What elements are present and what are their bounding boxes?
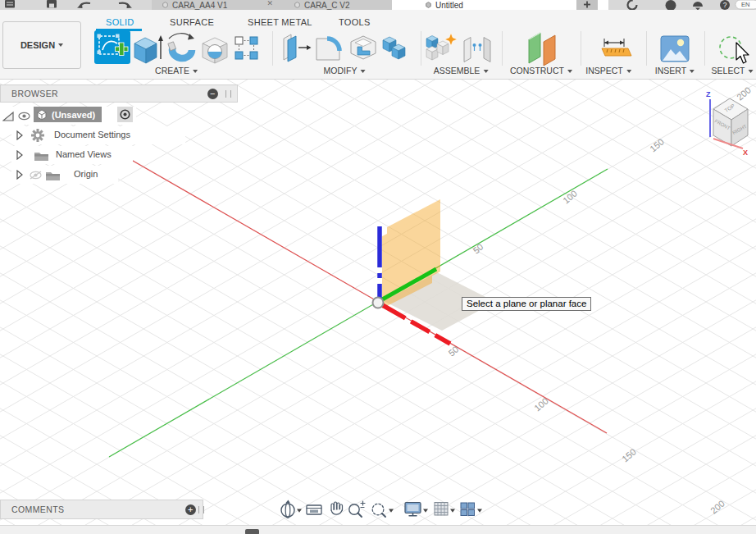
account-pill[interactable]: EN: [736, 0, 756, 9]
timeline-strip: [0, 525, 756, 534]
notifications-bell-icon[interactable]: [693, 2, 703, 10]
job-status-icon[interactable]: [666, 0, 676, 10]
browser-row-named-views[interactable]: Named Views: [11, 146, 133, 164]
root-document-label: (Unsaved): [52, 110, 95, 120]
doc-tab-1-label: CARA_AA4 V1: [172, 1, 227, 10]
quick-access-icons: [0, 0, 148, 10]
chevron-down-icon: [626, 70, 631, 73]
display-settings-icon[interactable]: [405, 503, 421, 516]
root-document-item[interactable]: (Unsaved): [34, 107, 102, 122]
navigation-bar: [275, 497, 484, 525]
revolve-icon[interactable]: [168, 34, 194, 58]
expand-arrow-icon[interactable]: [16, 150, 23, 160]
doc-tab-2-label: CARA_C V2: [304, 1, 350, 10]
visibility-eye-icon[interactable]: [18, 112, 30, 121]
insert-canvas-icon[interactable]: [661, 36, 689, 62]
pan-icon[interactable]: [331, 502, 343, 514]
save-icon[interactable]: [47, 0, 57, 8]
browser-title: BROWSER: [11, 89, 58, 98]
viewports-caret[interactable]: [477, 509, 482, 513]
assemble-group-dropdown[interactable]: ASSEMBLE: [434, 66, 489, 75]
primitive-box-icon[interactable]: [203, 38, 227, 63]
layout-grid-caret[interactable]: [450, 509, 455, 513]
document-cube-icon: [162, 1, 169, 9]
fusion360-window: 50 100 150 200 50 100 150 200 TOP FRONT …: [0, 0, 756, 534]
new-tab-button[interactable]: [576, 0, 598, 10]
hidden-eye-icon[interactable]: [30, 171, 42, 180]
activate-component-radio[interactable]: [117, 107, 133, 122]
select-group-dropdown[interactable]: SELECT: [712, 66, 754, 75]
orbit-icon[interactable]: [281, 500, 294, 518]
zoom-icon[interactable]: [349, 501, 365, 517]
undo-icon[interactable]: [77, 3, 90, 8]
fillet-icon[interactable]: [317, 39, 339, 60]
document-cube-icon: [425, 1, 432, 9]
origin-point[interactable]: [373, 298, 384, 308]
create-sketch-button[interactable]: [94, 30, 130, 64]
measure-icon[interactable]: [602, 39, 631, 56]
layout-grid-icon[interactable]: [435, 503, 448, 516]
zoom-window-caret[interactable]: [389, 509, 394, 513]
ribbon-toolbar: SOLID SURFACE SHEET METAL TOOLS DESIGN: [0, 10, 756, 80]
zoom-window-icon[interactable]: [372, 504, 385, 517]
timeline-control[interactable]: [245, 529, 259, 534]
new-component-icon[interactable]: [426, 33, 458, 60]
chevron-down-icon: [690, 70, 695, 73]
browser-row-document-settings[interactable]: Document Settings: [11, 126, 185, 144]
svg-text:EN: EN: [741, 1, 749, 8]
app-menu-icon[interactable]: [5, 0, 15, 8]
cursor-tooltip: Select a plane or planar face: [462, 297, 591, 311]
browser-drag-grip[interactable]: [225, 90, 231, 98]
comments-expand-button[interactable]: +: [185, 504, 196, 515]
press-pull-icon[interactable]: [284, 34, 312, 62]
shell-icon[interactable]: [351, 36, 376, 59]
origin-label: Origin: [74, 169, 98, 179]
browser-collapse-button[interactable]: −: [207, 89, 218, 99]
expand-arrow-icon[interactable]: [16, 130, 23, 140]
joint-icon[interactable]: [464, 38, 490, 62]
pattern-icon[interactable]: [235, 37, 257, 59]
extrude-icon[interactable]: [134, 35, 163, 63]
doc-tab-active-label: Untitled: [435, 1, 463, 10]
orbit-dropdown-caret[interactable]: [297, 509, 302, 513]
title-bar: CARA_AA4 V1 ✕ CARA_C V2 ✕ Untitled ✕: [0, 0, 756, 10]
create-group-dropdown[interactable]: CREATE: [155, 66, 198, 75]
help-icon[interactable]: ?: [720, 0, 730, 10]
construct-plane-icon[interactable]: [529, 33, 555, 66]
modify-group-dropdown[interactable]: MODIFY: [324, 66, 366, 75]
insert-group-dropdown[interactable]: INSERT: [655, 66, 695, 75]
viewports-icon[interactable]: [461, 503, 475, 516]
viewcube-z-label: Z: [706, 90, 711, 98]
view-cube[interactable]: TOP FRONT RIGHT Z X: [681, 74, 756, 156]
titlebar-right-icons: ? EN: [574, 0, 756, 10]
y-axis-line: [109, 169, 608, 457]
folder-icon: [46, 170, 60, 180]
mouse-cursor: [735, 42, 753, 66]
named-views-label: Named Views: [56, 149, 112, 159]
browser-row-origin[interactable]: Origin: [11, 166, 118, 184]
doc-tab-1[interactable]: CARA_AA4 V1 ✕: [152, 0, 282, 10]
chevron-down-icon: [567, 70, 572, 73]
comments-panel-header[interactable]: COMMENTS +: [0, 500, 203, 519]
chevron-down-icon: [193, 70, 198, 73]
viewport-canvas[interactable]: [0, 0, 756, 534]
viewcube-x-label: X: [743, 148, 748, 156]
gear-icon: [31, 129, 44, 142]
combine-icon[interactable]: [383, 37, 405, 59]
display-settings-caret[interactable]: [423, 509, 428, 513]
look-at-icon[interactable]: [307, 505, 321, 514]
chevron-down-icon: [483, 70, 488, 73]
comments-drag-grip[interactable]: [198, 506, 204, 513]
chevron-down-icon: [748, 70, 753, 73]
sync-status-icon[interactable]: [628, 1, 637, 10]
construct-group-dropdown[interactable]: CONSTRUCT: [510, 66, 572, 75]
browser-panel-header[interactable]: BROWSER −: [0, 84, 238, 103]
toolbar-icons: [0, 10, 756, 79]
redo-icon[interactable]: [119, 3, 132, 8]
chevron-down-icon: [360, 70, 365, 73]
document-cube-icon: [35, 108, 48, 121]
browser-row-root[interactable]: (Unsaved): [0, 107, 136, 125]
inspect-group-dropdown[interactable]: INSPECT: [585, 66, 631, 75]
expand-arrow-icon[interactable]: [16, 170, 23, 180]
comments-title: COMMENTS: [11, 504, 64, 514]
